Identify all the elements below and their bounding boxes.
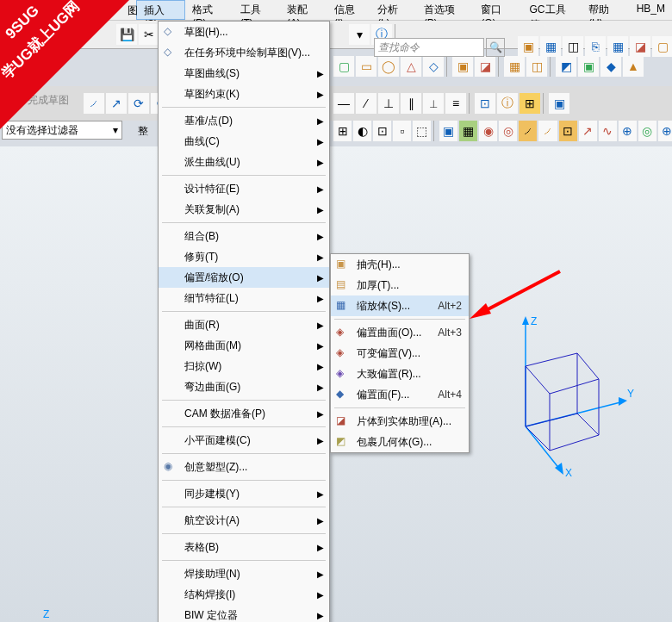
shape-icon[interactable]: ▦	[504, 56, 525, 77]
t4-icon[interactable]: ◐	[353, 121, 371, 141]
t4-icon[interactable]: ↗	[579, 121, 597, 141]
menu-item[interactable]: 修剪(T)▶	[159, 246, 329, 267]
menu-item[interactable]: ◇草图(H)...	[159, 22, 329, 42]
menu-item[interactable]: 航空设计(A)▶	[159, 510, 329, 531]
menu-item[interactable]: 同步建模(Y)▶	[159, 483, 329, 504]
tool-icon[interactable]: ⎘	[585, 36, 606, 57]
svg-marker-13	[470, 303, 491, 319]
menu-item[interactable]: 小平面建模(C)▶	[159, 430, 329, 451]
menu-insert[interactable]: 插入(S)	[136, 0, 185, 20]
t4-icon[interactable]: ◎	[638, 121, 656, 141]
menu-item[interactable]: 弯边曲面(G)▶	[159, 376, 329, 397]
menu-hbm[interactable]: HB_M	[630, 0, 672, 20]
tool-icon[interactable]: ▦	[607, 36, 628, 57]
submenu-item[interactable]: ▤加厚(T)...	[331, 275, 469, 295]
menu-prefs[interactable]: 首选项(P)	[417, 0, 475, 20]
submenu-item[interactable]: ◩包裹几何体(G)...	[331, 432, 469, 452]
t4-icon[interactable]: ⊡	[373, 121, 391, 141]
menu-item[interactable]: 草图约束(K)▶	[159, 84, 329, 104]
c-icon[interactable]: ⊡	[475, 93, 495, 114]
menu-item[interactable]: 结构焊接(I)▶	[159, 584, 329, 605]
shape-icon[interactable]: ◪	[475, 56, 495, 77]
c-icon[interactable]: ⟂	[423, 93, 444, 114]
menu-item[interactable]: 草图曲线(S)▶	[159, 63, 329, 84]
t4-icon[interactable]: ⟋	[519, 121, 537, 141]
menu-assemble[interactable]: 装配(A)	[280, 0, 327, 20]
menu-item[interactable]: 基准/点(D)▶	[159, 110, 329, 131]
shape-icon[interactable]: ▣	[578, 56, 599, 77]
c-icon[interactable]: ⊥	[378, 93, 399, 114]
submenu-item[interactable]: ▣抽壳(H)...	[331, 254, 469, 275]
shape-icon[interactable]: ▲	[623, 56, 644, 77]
shape-icon[interactable]: ◆	[600, 56, 621, 77]
find-command-input[interactable]: 查找命令	[374, 38, 484, 57]
c-icon[interactable]: ▣	[549, 93, 569, 114]
t4-icon[interactable]: ⊕	[619, 121, 637, 141]
menu-item[interactable]: 细节特征(L)▶	[159, 288, 329, 308]
menu-item[interactable]: ◇在任务环境中绘制草图(V)...	[159, 42, 329, 63]
menu-analyze[interactable]: 分析(L)	[370, 0, 417, 20]
c-icon[interactable]: ≡	[445, 93, 466, 114]
menu-help[interactable]: 帮助(H)	[582, 0, 630, 20]
shape-icon[interactable]: ▣	[452, 56, 473, 77]
menu-item[interactable]: CAM 数据准备(P)▶	[159, 403, 329, 424]
submenu-item[interactable]: ◈可变偏置(V)...	[331, 343, 469, 364]
c-icon[interactable]: —	[333, 93, 354, 114]
menu-item[interactable]: 关联复制(A)▶	[159, 199, 329, 220]
menu-item[interactable]: 组合(B)▶	[159, 226, 329, 246]
c-icon[interactable]: ⊞	[520, 93, 540, 114]
menu-item[interactable]: 表格(B)▶	[159, 537, 329, 557]
svg-line-12	[478, 271, 560, 314]
submenu-item[interactable]: ◈偏置曲面(O)...Alt+3	[331, 322, 469, 343]
menu-item[interactable]: 派生曲线(U)▶	[159, 152, 329, 172]
menu-format[interactable]: 格式(R)	[185, 0, 233, 20]
menu-item[interactable]: 曲面(R)▶	[159, 314, 329, 335]
shape-icon[interactable]: ▢	[333, 56, 354, 77]
menu-window[interactable]: 窗口(O)	[474, 0, 522, 20]
t4-icon[interactable]: ∿	[599, 121, 617, 141]
menu-info[interactable]: 信息(I)	[327, 0, 370, 20]
tool-icon[interactable]: ▢	[652, 36, 672, 57]
t4-icon[interactable]: ⊞	[333, 121, 352, 141]
menu-item[interactable]: 网格曲面(M)▶	[159, 335, 329, 356]
tool-icon[interactable]: ◪	[630, 36, 650, 57]
shape-icon[interactable]: ◇	[423, 56, 444, 77]
t4-icon[interactable]: ◉	[479, 121, 497, 141]
menu-gctools[interactable]: GC工具箱	[523, 0, 582, 20]
t4-icon[interactable]: ▫	[393, 121, 411, 141]
tool-icon[interactable]: ▦	[540, 36, 561, 57]
shape-icon[interactable]: ◯	[378, 56, 399, 77]
c-icon[interactable]: ∥	[401, 93, 421, 114]
menu-item[interactable]: BIW 定位器▶	[159, 605, 329, 622]
dropdown-icon[interactable]: ▾	[349, 24, 370, 45]
c-icon[interactable]: ⓘ	[497, 93, 518, 114]
menu-item[interactable]: 焊接助理(N)▶	[159, 563, 329, 584]
submenu-item[interactable]: ◆偏置面(F)...Alt+4	[331, 384, 469, 405]
submenu-item[interactable]: ◪片体到实体助理(A)...	[331, 411, 469, 432]
menu-item[interactable]: 设计特征(E)▶	[159, 178, 329, 199]
t4-icon[interactable]: ▣	[439, 121, 457, 141]
menu-item[interactable]: 曲线(C)▶	[159, 131, 329, 152]
t4-icon[interactable]: ⟋	[538, 121, 557, 141]
menu-item[interactable]: 偏置/缩放(O)▶	[159, 267, 329, 288]
tool-icon[interactable]: ▣	[518, 36, 538, 57]
t4-icon[interactable]: ⬚	[413, 121, 431, 141]
t4-icon[interactable]: ◎	[499, 121, 517, 141]
shape-icon[interactable]: ◫	[526, 56, 547, 77]
submenu-item[interactable]: ▦缩放体(S)...Alt+2	[331, 295, 469, 316]
submenu-item[interactable]: ◈大致偏置(R)...	[331, 364, 469, 384]
search-icon[interactable]: 🔍	[486, 38, 505, 57]
shape-icon[interactable]: △	[401, 56, 421, 77]
t4-icon[interactable]: ⊕	[658, 121, 672, 141]
t4-icon[interactable]: ⊡	[559, 121, 577, 141]
menu-item[interactable]: ◉创意塑型(Z)...	[159, 457, 329, 477]
shape-icon[interactable]: ◩	[556, 56, 576, 77]
c-icon[interactable]: ⁄	[356, 93, 376, 114]
cut-icon[interactable]: ✂	[139, 24, 159, 45]
t4-icon[interactable]: ▦	[459, 121, 477, 141]
menu-item[interactable]: 扫掠(W)▶	[159, 356, 329, 376]
shape-icon[interactable]: ▭	[356, 56, 376, 77]
tool-icon[interactable]: ◫	[563, 36, 583, 57]
menu-tools[interactable]: 工具(T)	[233, 0, 280, 20]
sketch-tool-icon[interactable]: ⟳	[128, 93, 149, 114]
